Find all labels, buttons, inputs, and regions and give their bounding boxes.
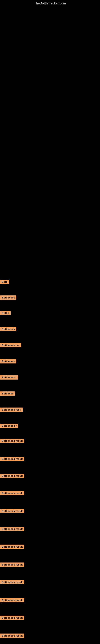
bottleneck-result-row: Bottleneck r <box>0 375 18 380</box>
bottleneck-result-row: Bottleneck result <box>0 562 24 568</box>
bottleneck-result-row: Bottleneck resu <box>0 408 23 412</box>
bottleneck-result-badge[interactable]: Bottleneck result <box>0 474 24 478</box>
bottleneck-result-badge[interactable]: Bottl <box>0 280 9 284</box>
bottleneck-result-row: Bottleneck result <box>0 474 24 479</box>
bottleneck-result-badge[interactable]: Bottleneck result <box>0 509 24 513</box>
bottleneck-result-row: Bottleneck r <box>0 424 18 429</box>
bottleneck-result-row: Bottleneck result <box>0 544 24 550</box>
bottleneck-result-row: Bottleneck result <box>0 457 24 462</box>
bottleneck-result-badge[interactable]: Bottle <box>0 311 11 315</box>
bottleneck-result-row: Bottleneck result <box>0 491 24 496</box>
bottleneck-result-badge[interactable]: Bottleneck result <box>0 634 24 638</box>
bottleneck-result-row: Bottleneck <box>0 359 16 364</box>
bottleneck-result-row: Bottleneck <box>0 296 16 300</box>
bottleneck-result-badge[interactable]: Bottleneck resu <box>0 408 23 412</box>
bottleneck-result-badge[interactable]: Bottleneck <box>0 359 16 364</box>
bottleneck-result-badge[interactable]: Bottleneck result <box>0 616 24 620</box>
site-title: TheBottlenecker.com <box>0 0 100 5</box>
bottleneck-result-row: Bottleneck result <box>0 509 24 514</box>
bottleneck-result-row: Bottleneck result <box>0 598 24 603</box>
bottleneck-result-row: Bottl <box>0 280 9 285</box>
bottleneck-result-row: Bottleneck result <box>0 527 24 532</box>
bottleneck-result-badge[interactable]: Bottleneck res <box>0 343 21 347</box>
bottleneck-result-badge[interactable]: Bottleneck <box>0 296 16 300</box>
bottleneck-result-row: Bottleneck res <box>0 343 21 348</box>
bottleneck-result-row: Bottlenec <box>0 392 15 396</box>
bottleneck-result-badge[interactable]: Bottleneck <box>0 327 16 331</box>
bottleneck-result-badge[interactable]: Bottleneck result <box>0 491 24 495</box>
bottleneck-result-badge[interactable]: Bottleneck result <box>0 580 24 584</box>
bottleneck-result-row: Bottle <box>0 311 11 316</box>
bottleneck-result-row: Bottleneck result <box>0 634 24 638</box>
bottleneck-result-badge[interactable]: Bottlenec <box>0 392 15 396</box>
bottleneck-result-row: Bottleneck result <box>0 580 24 585</box>
bottleneck-result-badge[interactable]: Bottleneck result <box>0 544 24 549</box>
bottleneck-result-row: Bottleneck result <box>0 439 24 444</box>
bottleneck-result-row: Bottleneck <box>0 327 16 332</box>
bottleneck-result-badge[interactable]: Bottleneck result <box>0 439 24 443</box>
bottleneck-result-badge[interactable]: Bottleneck r <box>0 424 18 428</box>
bottleneck-result-badge[interactable]: Bottleneck result <box>0 527 24 531</box>
bottleneck-result-row: Bottleneck result <box>0 616 24 621</box>
bottleneck-result-badge[interactable]: Bottleneck result <box>0 457 24 461</box>
bottleneck-result-badge[interactable]: Bottleneck result <box>0 598 24 602</box>
bottleneck-result-badge[interactable]: Bottleneck r <box>0 375 18 380</box>
bottleneck-result-badge[interactable]: Bottleneck result <box>0 562 24 567</box>
